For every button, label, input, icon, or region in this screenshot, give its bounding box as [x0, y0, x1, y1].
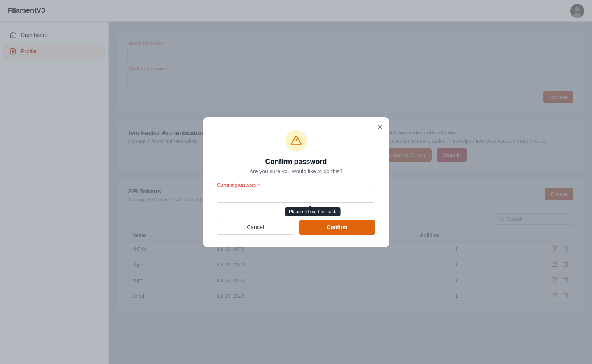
current-password-input[interactable] [217, 190, 375, 203]
current-password-required: * [258, 182, 260, 188]
warning-icon-circle [285, 130, 307, 152]
modal-title: Confirm password [217, 158, 375, 166]
confirm-button[interactable]: Confirm [299, 220, 375, 235]
warning-triangle-icon [291, 135, 302, 146]
cancel-button[interactable]: Cancel [217, 220, 294, 235]
close-icon [376, 124, 383, 131]
confirm-password-modal: Confirm password Are you sure you would … [203, 117, 389, 247]
current-password-modal-label: Current password * [217, 182, 375, 188]
validation-tooltip: Please fill out this field. [285, 207, 340, 216]
modal-backdrop: Confirm password Are you sure you would … [0, 0, 592, 364]
modal-close-button[interactable] [376, 124, 383, 132]
current-password-wrap: Please fill out this field. [217, 190, 375, 203]
modal-subtitle: Are you sure you would like to do this? [217, 168, 375, 174]
modal-actions: Cancel Confirm [217, 220, 375, 235]
